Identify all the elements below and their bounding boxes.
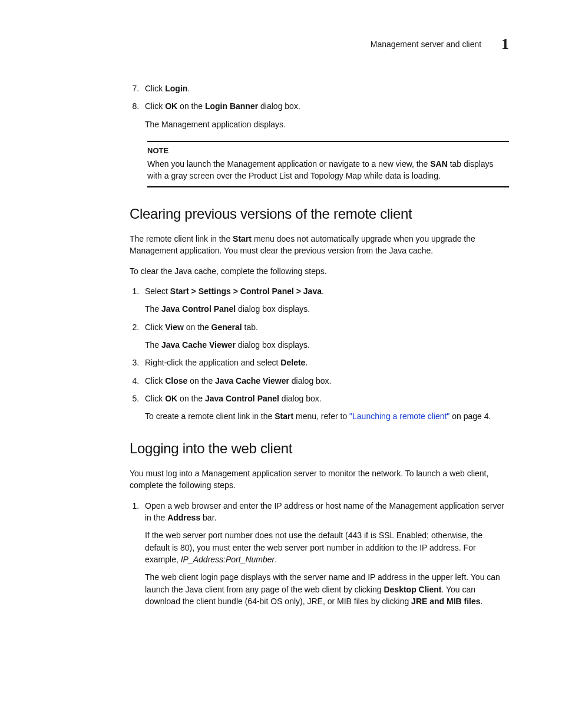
section-heading-logging: Logging into the web client bbox=[130, 439, 509, 459]
s2-step-1-p2: If the web server port number does not u… bbox=[145, 529, 509, 565]
note-text: When you launch the Management applicati… bbox=[147, 158, 509, 182]
s1-step-2: Click View on the General tab. The Java … bbox=[141, 321, 509, 351]
section2-steps: Open a web browser and enter the IP addr… bbox=[130, 500, 509, 607]
s1-step-1: Select Start > Settings > Control Panel … bbox=[141, 285, 509, 315]
note-box: NOTE When you launch the Management appl… bbox=[147, 141, 509, 187]
s1-step-2-result: The Java Cache Viewer dialog box display… bbox=[145, 339, 509, 351]
step-8: Click OK on the Login Banner dialog box.… bbox=[141, 100, 509, 130]
step-8-result: The Management application displays. bbox=[145, 118, 509, 130]
section1-lead: To clear the Java cache, complete the fo… bbox=[130, 265, 509, 277]
section1-intro: The remote client link in the Start menu… bbox=[130, 233, 509, 257]
section2-intro: You must log into a Management applicati… bbox=[130, 467, 509, 492]
section-heading-clearing: Clearing previous versions of the remote… bbox=[130, 204, 509, 225]
step-7: Click Login. bbox=[141, 83, 509, 94]
s1-step-5: Click OK on the Java Control Panel dialo… bbox=[141, 393, 509, 423]
s2-step-1-p3: The web client login page displays with … bbox=[145, 571, 509, 607]
page: Management server and client 1 Click Log… bbox=[0, 0, 562, 728]
chapter-number: 1 bbox=[501, 35, 509, 52]
launching-remote-client-link[interactable]: "Launching a remote client" bbox=[349, 411, 449, 421]
note-label: NOTE bbox=[147, 146, 509, 157]
s1-step-3: Right-click the application and select D… bbox=[141, 357, 509, 368]
running-title: Management server and client bbox=[371, 39, 481, 49]
section1-steps: Select Start > Settings > Control Panel … bbox=[130, 285, 509, 422]
s1-step-5-xref: To create a remote client link in the St… bbox=[145, 410, 509, 422]
page-content: Click Login. Click OK on the Login Banne… bbox=[130, 83, 509, 607]
page-header: Management server and client 1 bbox=[53, 35, 509, 53]
s1-step-4: Click Close on the Java Cache Viewer dia… bbox=[141, 375, 509, 387]
s1-step-1-result: The Java Control Panel dialog box displa… bbox=[145, 303, 509, 315]
continued-steps: Click Login. Click OK on the Login Banne… bbox=[130, 83, 509, 130]
s2-step-1: Open a web browser and enter the IP addr… bbox=[141, 500, 509, 607]
